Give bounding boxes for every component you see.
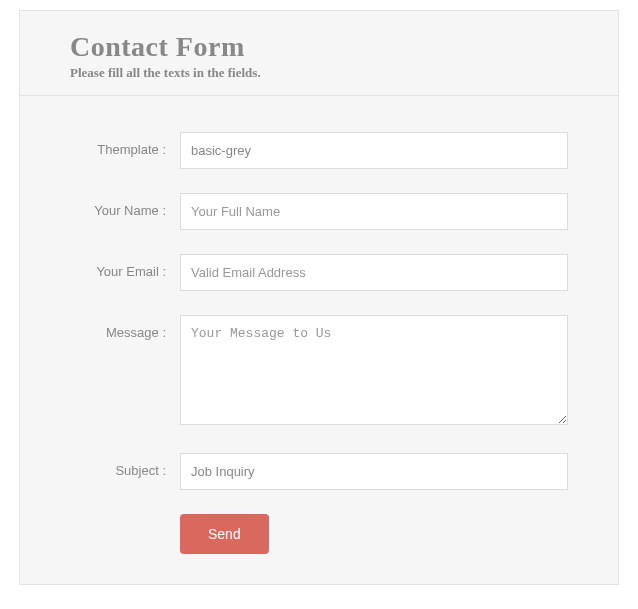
name-row: Your Name : [70,193,568,230]
name-input[interactable] [180,193,568,230]
name-label: Your Name : [70,193,180,230]
subject-field-wrapper [180,453,568,490]
contact-form-container: Contact Form Please fill all the texts i… [19,10,619,585]
form-header: Contact Form Please fill all the texts i… [20,11,618,96]
subject-input[interactable] [180,453,568,490]
template-input[interactable] [180,132,568,169]
button-spacer [70,514,180,554]
message-row: Message : [70,315,568,429]
message-label: Message : [70,315,180,429]
email-label: Your Email : [70,254,180,291]
message-field-wrapper [180,315,568,429]
email-input[interactable] [180,254,568,291]
form-body: Themplate : Your Name : Your Email : Mes… [20,96,618,584]
form-title: Contact Form [70,31,568,63]
template-field-wrapper [180,132,568,169]
email-row: Your Email : [70,254,568,291]
email-field-wrapper [180,254,568,291]
template-label: Themplate : [70,132,180,169]
subject-label: Subject : [70,453,180,490]
button-row: Send [70,514,568,554]
message-textarea[interactable] [180,315,568,425]
name-field-wrapper [180,193,568,230]
form-subtitle: Please fill all the texts in the fields. [70,65,568,81]
subject-row: Subject : [70,453,568,490]
send-button[interactable]: Send [180,514,269,554]
template-row: Themplate : [70,132,568,169]
